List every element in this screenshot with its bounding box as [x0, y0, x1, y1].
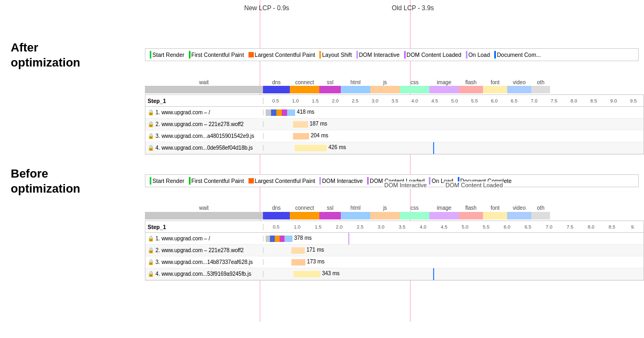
col-font: font: [483, 79, 507, 85]
legend-fcp: First Contentful Paint: [189, 51, 244, 58]
b-legend-start-render: Start Render: [150, 177, 185, 185]
b-col-image: image: [429, 205, 459, 211]
before-row-1-timeline: 378 ms: [264, 233, 643, 245]
legend-dcl: DOM Content Loaded: [404, 51, 462, 58]
col-css: css: [400, 79, 429, 85]
col-other: oth: [531, 79, 550, 85]
before-row-3-timeline: 173 ms: [264, 256, 643, 268]
b-col-wait: wait: [145, 205, 263, 211]
after-row-4-timeline: 426 ms: [264, 142, 643, 154]
col-image: image: [429, 79, 459, 85]
before-type-bar: [145, 212, 644, 219]
after-col-headers: wait dns connect ssl html js css image f…: [145, 79, 644, 85]
before-row-1-label: 🔒 1. www.upgrad.com – /: [145, 236, 264, 241]
b-col-flash: flash: [459, 205, 483, 211]
col-js: js: [370, 79, 400, 85]
before-row-4-timeline: 343 ms: [264, 268, 643, 280]
b-col-dns: dns: [263, 205, 290, 211]
col-ssl: ssl: [319, 79, 341, 85]
before-row-3-label: 🔒 3. www.upgrad.com...14b87337eaf628.js: [145, 259, 264, 265]
before-step-header: Step_1 0.5 1.0 1.5 2.0 2.5 3.0 3.5 4.0 4…: [145, 221, 643, 233]
after-title: After optimization: [11, 40, 80, 70]
before-row-1: 🔒 1. www.upgrad.com – / 378 ms: [145, 233, 643, 245]
after-row-2: 🔒 2. www.upgrad.com – 221e278.woff2 187 …: [145, 119, 643, 130]
after-row-3-label: 🔒 3. www.upgrad.com...a48015901542e9.js: [145, 133, 264, 139]
before-row-4: 🔒 4. www.upgrad.com...53f9169a9245fb.js …: [145, 268, 643, 280]
col-video: video: [507, 79, 531, 85]
legend-lcp: Largest Contentful Paint: [248, 52, 316, 58]
before-row-3: 🔒 3. www.upgrad.com...14b87337eaf628.js …: [145, 256, 643, 268]
after-legend: Start Render First Contentful Paint Larg…: [145, 48, 639, 61]
after-type-bar: [145, 86, 644, 93]
col-connect: connect: [290, 79, 319, 85]
before-waterfall: Step_1 0.5 1.0 1.5 2.0 2.5 3.0 3.5 4.0 4…: [145, 221, 644, 281]
after-step-header: Step_1 0.5 1.0 1.5 2.0 2.5 3.0 3.5 4.0 4…: [145, 95, 643, 107]
before-title: Beforeoptimization: [11, 166, 80, 196]
after-row-1: 🔒 1. www.upgrad.com – / 418 ms: [145, 107, 643, 119]
before-row-2: 🔒 2. www.upgrad.com – 221e278.woff2 171 …: [145, 245, 643, 256]
before-row-2-label: 🔒 2. www.upgrad.com – 221e278.woff2: [145, 247, 264, 253]
legend-onload: On Load: [466, 51, 490, 58]
legend-start-render: Start Render: [150, 51, 185, 58]
legend-layout-shift: Layout Shift: [319, 51, 352, 58]
after-row-4: 🔒 4. www.upgrad.com...0de958ef04d18b.js …: [145, 142, 643, 154]
legend-doc-complete: Document Com...: [494, 51, 541, 58]
b-legend-lcp: Largest Contentful Paint: [248, 178, 316, 184]
after-row-2-label: 🔒 2. www.upgrad.com – 221e278.woff2: [145, 121, 264, 127]
b-col-ssl: ssl: [319, 205, 341, 211]
main-container: New LCP - 0.9s Old LCP - 3.9s After opti…: [0, 0, 644, 338]
b-legend-fcp: First Contentful Paint: [189, 177, 244, 185]
b-col-video: video: [507, 205, 531, 211]
after-row-3-timeline: 204 ms: [264, 130, 643, 142]
col-wait: wait: [145, 79, 263, 85]
b-col-other: oth: [531, 205, 550, 211]
col-dns: dns: [263, 79, 290, 85]
after-row-2-timeline: 187 ms: [264, 119, 643, 130]
col-html: html: [341, 79, 370, 85]
before-row-2-timeline: 171 ms: [264, 245, 643, 256]
before-step-label: Step_1: [145, 224, 264, 230]
dom-content-loaded-label: DOM Content Loaded: [444, 181, 504, 189]
b-legend-dom-interactive: DOM Interactive: [319, 177, 363, 185]
b-col-html: html: [341, 205, 370, 211]
old-lcp-label: Old LCP - 3.9s: [392, 4, 434, 12]
dom-interactive-label: DOM Interactive: [383, 181, 428, 189]
legend-dom-interactive: DOM Interactive: [356, 51, 400, 58]
b-col-js: js: [370, 205, 400, 211]
before-col-headers: wait dns connect ssl html js css image f…: [145, 205, 644, 211]
b-col-font: font: [483, 205, 507, 211]
after-waterfall: Step_1 0.5 1.0 1.5 2.0 2.5 3.0 3.5 4.0 4…: [145, 94, 644, 155]
col-flash: flash: [459, 79, 483, 85]
b-col-connect: connect: [290, 205, 319, 211]
after-row-1-label: 🔒 1. www.upgrad.com – /: [145, 109, 264, 115]
after-row-4-label: 🔒 4. www.upgrad.com...0de958ef04d18b.js: [145, 145, 264, 151]
b-col-css: css: [400, 205, 429, 211]
new-lcp-label: New LCP - 0.9s: [244, 4, 289, 12]
before-row-4-label: 🔒 4. www.upgrad.com...53f9169a9245fb.js: [145, 271, 264, 277]
after-step-label: Step_1: [145, 98, 264, 104]
after-row-1-timeline: 418 ms: [264, 107, 643, 119]
after-row-3: 🔒 3. www.upgrad.com...a48015901542e9.js …: [145, 130, 643, 142]
